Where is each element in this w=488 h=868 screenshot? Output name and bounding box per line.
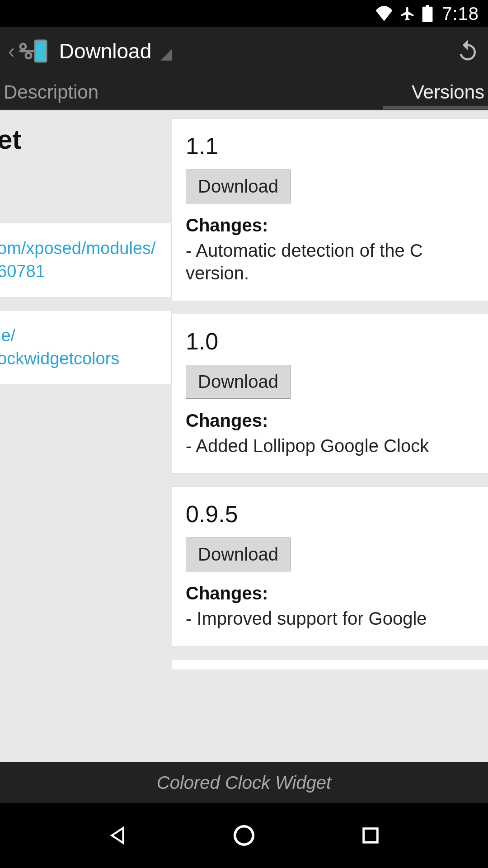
support-link-line1: om/xposed/modules/ [0, 239, 156, 258]
tab-versions[interactable]: Versions [410, 81, 486, 103]
download-button[interactable]: Download [186, 170, 291, 203]
version-card: 1.1 Download Changes: - Automatic detect… [172, 118, 488, 301]
source-link-card[interactable]: le/ ockwidgetcolors [0, 310, 172, 385]
status-time: 7:18 [442, 4, 479, 24]
toast-message: Colored Clock Widget [0, 762, 488, 803]
changes-text: - Added Lollipop Google Clock [186, 434, 479, 457]
version-number: 1.1 [186, 132, 479, 160]
module-title-fragment: et [0, 110, 172, 155]
version-number: 0.9.5 [186, 500, 479, 528]
download-button[interactable]: Download [186, 365, 291, 399]
action-bar: ‹ Download [0, 27, 488, 75]
source-link-line2: ockwidgetcolors [0, 349, 119, 368]
version-number: 1.0 [186, 328, 479, 355]
version-card: 1.0 Download Changes: - Added Lollipop G… [172, 314, 488, 474]
tab-description[interactable]: Description [2, 81, 100, 103]
tab-bar: Description Versions [0, 75, 488, 110]
nav-home-button[interactable] [224, 815, 264, 856]
svg-rect-4 [364, 829, 378, 843]
airplane-icon [399, 5, 416, 22]
versions-pane: 1.1 Download Changes: - Automatic detect… [172, 110, 488, 762]
nav-recents-button[interactable] [350, 815, 391, 856]
version-card: 0.9.5 Download Changes: - Improved suppo… [172, 486, 488, 646]
description-pane-partial: et om/xposed/modules/ 60781 le/ ockwidge… [0, 110, 172, 762]
status-bar: 7:18 [0, 0, 488, 27]
download-button[interactable]: Download [186, 538, 291, 571]
action-bar-title: Download [59, 39, 152, 63]
support-link-line2: 60781 [0, 262, 45, 281]
dropdown-triangle-icon [160, 49, 172, 61]
action-bar-title-dropdown[interactable]: Download [59, 39, 455, 63]
changes-text: - Automatic detection of the C version. [186, 239, 479, 284]
changes-heading: Changes: [186, 410, 479, 431]
battery-icon [422, 5, 433, 22]
changes-text: - Improved support for Google [186, 607, 479, 630]
content-area[interactable]: et om/xposed/modules/ 60781 le/ ockwidge… [0, 110, 488, 762]
navigation-bar [0, 803, 488, 868]
svg-rect-0 [35, 40, 47, 62]
version-card-peek [172, 659, 488, 670]
changes-heading: Changes: [186, 215, 479, 236]
svg-point-3 [235, 826, 253, 845]
changes-heading: Changes: [186, 583, 479, 604]
nav-back-button[interactable] [97, 815, 138, 856]
refresh-button[interactable] [455, 38, 480, 64]
xposed-app-icon[interactable] [17, 38, 48, 64]
support-link-card[interactable]: om/xposed/modules/ 60781 [0, 223, 172, 297]
source-link-line1: le/ [0, 326, 15, 345]
wifi-icon [375, 6, 393, 21]
back-chevron-icon[interactable]: ‹ [8, 40, 15, 62]
